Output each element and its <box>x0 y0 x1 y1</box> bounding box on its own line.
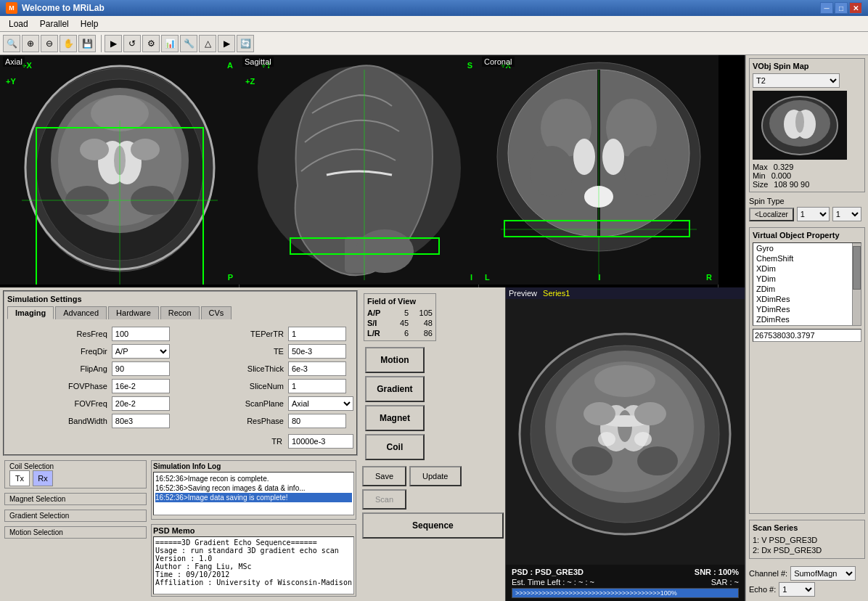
preview-sar: SAR : ~ <box>711 578 739 586</box>
toolbar-sep-1 <box>99 35 102 52</box>
psd-memo-panel: PSD Memo ======3D Gradient Echo Sequence… <box>151 524 356 597</box>
coil-tx-button[interactable]: Tx <box>9 470 30 486</box>
vobj-thumbnail <box>753 91 847 160</box>
update-button[interactable]: Update <box>409 466 461 486</box>
motion-button[interactable]: Motion <box>365 347 425 373</box>
localizer-button[interactable]: <Localizer <box>749 208 794 221</box>
spin-type-select[interactable]: 1 2 <box>832 207 861 221</box>
toolbar-btn-1[interactable]: 🔍 <box>3 35 20 52</box>
tr-label: TR <box>271 437 282 446</box>
main-area: Axial +X +Y A P <box>0 55 868 601</box>
channel-row: Channel #: SumofMagn Magnitude Phase <box>749 566 865 581</box>
gradient-selection-title: Gradient Selection <box>9 512 142 520</box>
toolbar-btn-5[interactable]: 💾 <box>78 35 96 52</box>
log-entry-1: 16:52:36>Saving recon images & data & in… <box>155 483 352 493</box>
save-button[interactable]: Save <box>362 466 406 486</box>
sagittal-i-label: I <box>470 273 472 282</box>
preview-mri-area <box>506 299 745 565</box>
fov-ap-val2: 105 <box>410 308 433 317</box>
slicenum-input[interactable] <box>288 379 346 393</box>
magnet-button[interactable]: Magnet <box>365 405 425 431</box>
maximize-button[interactable]: □ <box>835 2 848 14</box>
toolbar-btn-9[interactable]: 📊 <box>161 35 179 52</box>
coil-rx-button[interactable]: Rx <box>33 470 53 486</box>
slicethick-input[interactable] <box>288 361 346 376</box>
scanplane-select[interactable]: Axial Sagittal Coronal <box>288 396 353 411</box>
toolbar: 🔍 ⊕ ⊖ ✋ 💾 ▶ ↺ ⚙ 📊 🔧 △ ▶ 🔄 <box>0 32 868 55</box>
toolbar-btn-3[interactable]: ⊖ <box>41 35 58 52</box>
tab-recon[interactable]: Recon <box>160 306 200 319</box>
echo-select[interactable]: 1 2 <box>779 582 815 597</box>
property-item-xdim[interactable]: XDim <box>753 263 861 274</box>
property-item-zdimres[interactable]: ZDimRes <box>753 314 861 324</box>
toolbar-btn-10[interactable]: 🔧 <box>180 35 197 52</box>
tab-imaging[interactable]: Imaging <box>7 306 54 319</box>
channel-echo-panel: Channel #: SumofMagn Magnitude Phase Ech… <box>749 565 865 598</box>
motion-selection-title: Motion Selection <box>9 528 142 536</box>
fov-title: Field of View <box>367 297 433 306</box>
fovphase-input[interactable] <box>112 379 170 393</box>
localizer-row: <Localizer 1 2 1 2 <box>749 207 865 221</box>
tepertr-input[interactable] <box>288 327 346 341</box>
property-item-ydimres[interactable]: YDimRes <box>753 304 861 314</box>
coronal-r-label: R <box>706 273 712 282</box>
virtual-object-property-panel: Virtual Object Property Gyro ChemShift X… <box>749 227 865 514</box>
close-button[interactable]: ✕ <box>849 2 862 14</box>
coil-selection-title: Coil Selection <box>9 462 142 470</box>
te-label: TE <box>184 347 284 356</box>
toolbar-btn-13[interactable]: 🔄 <box>237 35 254 52</box>
sequence-button[interactable]: Sequence <box>362 512 504 539</box>
bandwidth-input[interactable] <box>112 414 170 428</box>
toolbar-btn-7[interactable]: ↺ <box>123 35 141 52</box>
tab-hardware[interactable]: Hardware <box>108 306 159 319</box>
localizer-select[interactable]: 1 2 <box>797 207 830 221</box>
channel-select[interactable]: SumofMagn Magnitude Phase <box>790 566 856 581</box>
axial-mri-image <box>0 55 239 285</box>
vobj-size-label: Size <box>753 180 768 189</box>
resfreq-input[interactable] <box>112 327 170 341</box>
menu-parallel[interactable]: Parallel <box>34 17 75 30</box>
toolbar-btn-8[interactable]: ⚙ <box>142 35 160 52</box>
slicethick-label: SliceThick <box>184 364 284 373</box>
motion-selection-panel: Motion Selection <box>4 526 147 539</box>
vobj-spin-map-panel: VObj Spin Map T2 T1 PD Max 0 <box>749 58 865 192</box>
progress-bar-container: >>>>>>>>>>>>>>>>>>>>>>>>>>>>>>>>>>>>>>10… <box>512 588 739 598</box>
menubar: Load Parallel Help <box>0 16 868 32</box>
sagittal-view: Sagittal +Y +Z S I <box>239 55 479 287</box>
coil-button[interactable]: Coil <box>365 434 425 460</box>
sim-settings-title: Simulation Settings <box>7 295 353 303</box>
flipang-input[interactable] <box>112 361 170 376</box>
toolbar-btn-2[interactable]: ⊕ <box>22 35 39 52</box>
tr-input[interactable] <box>288 434 353 449</box>
menu-load[interactable]: Load <box>3 17 34 30</box>
fov-si-label: S/I <box>367 319 390 327</box>
tab-advanced[interactable]: Advanced <box>55 306 107 319</box>
property-item-zdim[interactable]: ZDim <box>753 284 861 294</box>
te-input[interactable] <box>288 344 346 359</box>
action-buttons-panel: Motion Gradient Magnet Coil <box>362 344 427 463</box>
echo-row: Echo #: 1 2 <box>749 582 865 597</box>
property-item-chemshift[interactable]: ChemShift <box>753 253 861 263</box>
toolbar-btn-11[interactable]: △ <box>199 35 216 52</box>
minimize-button[interactable]: ─ <box>820 2 833 14</box>
gradient-button[interactable]: Gradient <box>365 376 425 402</box>
freqdir-select[interactable]: A/P L/R S/I <box>112 344 170 359</box>
property-item-xdimres[interactable]: XDimRes <box>753 294 861 304</box>
property-item-gyro[interactable]: Gyro <box>753 243 861 253</box>
property-scrollbar[interactable] <box>852 243 861 325</box>
vobj-min-value: 0.000 <box>771 171 792 180</box>
property-item-ydim[interactable]: YDim <box>753 274 861 284</box>
axial-label: Axial <box>3 57 25 67</box>
tab-cvs[interactable]: CVs <box>201 306 232 319</box>
toolbar-btn-4[interactable]: ✋ <box>60 35 77 52</box>
toolbar-btn-6[interactable]: ▶ <box>105 35 122 52</box>
menu-help[interactable]: Help <box>75 17 105 30</box>
axial-view: Axial +X +Y A P <box>0 55 239 287</box>
property-list[interactable]: Gyro ChemShift XDim YDim ZDim XDimRes YD… <box>753 242 861 326</box>
fovfreq-input[interactable] <box>112 396 170 411</box>
scan-button[interactable]: Scan <box>362 489 406 510</box>
toolbar-btn-12[interactable]: ▶ <box>218 35 235 52</box>
resphase-input[interactable] <box>288 414 346 428</box>
vobj-type-select[interactable]: T2 T1 PD <box>753 73 840 88</box>
coronal-view: Coronal +X L R I <box>479 55 718 287</box>
